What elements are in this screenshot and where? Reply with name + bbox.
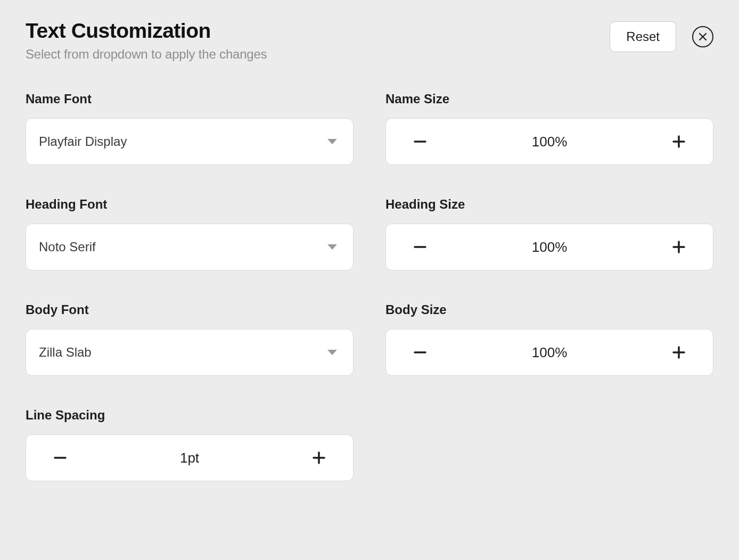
line-spacing-stepper: 1pt — [26, 434, 354, 481]
line-spacing-increase-button[interactable] — [308, 447, 330, 468]
header: Text Customization Select from dropdown … — [26, 19, 713, 62]
body-size-stepper: 100% — [385, 329, 713, 376]
body-font-value: Zilla Slab — [39, 345, 92, 360]
body-size-decrease-button[interactable] — [409, 342, 431, 363]
heading-size-decrease-button[interactable] — [409, 236, 431, 258]
heading-size-increase-button[interactable] — [668, 236, 689, 258]
body-font-dropdown[interactable]: Zilla Slab — [26, 329, 354, 376]
heading-font-label: Heading Font — [26, 197, 354, 212]
body-size-value: 100% — [532, 344, 568, 361]
body-font-label: Body Font — [26, 302, 354, 317]
minus-icon — [53, 451, 67, 465]
name-size-decrease-button[interactable] — [409, 131, 431, 152]
heading-font-dropdown[interactable]: Noto Serif — [26, 224, 354, 270]
body-font-field: Body Font Zilla Slab — [26, 302, 354, 376]
chevron-down-icon — [327, 350, 337, 355]
name-font-dropdown[interactable]: Playfair Display — [26, 118, 354, 165]
header-text: Text Customization Select from dropdown … — [26, 19, 267, 62]
heading-size-value: 100% — [532, 239, 568, 256]
heading-font-field: Heading Font Noto Serif — [26, 197, 354, 270]
minus-icon — [413, 345, 427, 359]
name-font-field: Name Font Playfair Display — [26, 92, 354, 165]
chevron-down-icon — [327, 244, 337, 250]
heading-size-label: Heading Size — [385, 197, 713, 212]
chevron-down-icon — [327, 139, 337, 144]
body-size-field: Body Size 100% — [385, 302, 713, 376]
plus-icon — [672, 345, 686, 359]
page-subtitle: Select from dropdown to apply the change… — [26, 47, 267, 62]
name-font-label: Name Font — [26, 92, 354, 106]
line-spacing-label: Line Spacing — [26, 408, 354, 423]
page-title: Text Customization — [26, 19, 267, 43]
name-size-stepper: 100% — [385, 118, 713, 165]
heading-size-stepper: 100% — [385, 224, 713, 270]
name-size-increase-button[interactable] — [668, 131, 689, 152]
minus-icon — [413, 240, 427, 254]
heading-size-field: Heading Size 100% — [385, 197, 713, 270]
name-font-value: Playfair Display — [39, 134, 127, 149]
close-button[interactable] — [692, 26, 713, 47]
body-size-label: Body Size — [385, 302, 713, 317]
plus-icon — [672, 240, 686, 254]
reset-button[interactable]: Reset — [610, 21, 676, 52]
name-size-field: Name Size 100% — [385, 92, 713, 165]
name-size-label: Name Size — [385, 92, 713, 106]
plus-icon — [672, 135, 686, 149]
close-icon — [699, 32, 707, 41]
line-spacing-field: Line Spacing 1pt — [26, 408, 354, 481]
line-spacing-decrease-button[interactable] — [50, 447, 71, 468]
line-spacing-value: 1pt — [180, 450, 199, 466]
name-size-value: 100% — [532, 134, 568, 150]
minus-icon — [413, 135, 427, 149]
heading-font-value: Noto Serif — [39, 240, 96, 254]
header-actions: Reset — [610, 19, 713, 52]
plus-icon — [312, 451, 326, 465]
body-size-increase-button[interactable] — [668, 342, 689, 363]
